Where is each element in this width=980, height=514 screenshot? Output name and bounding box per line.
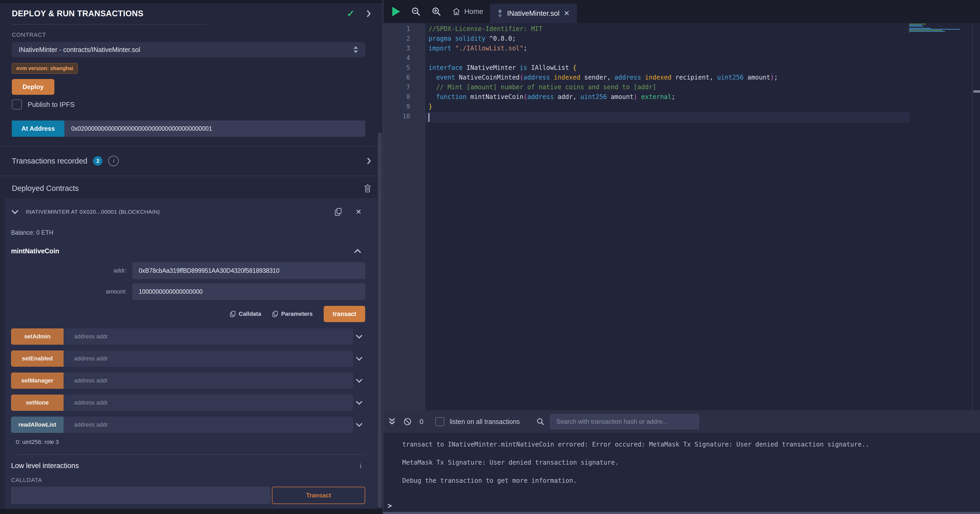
setAdmin-button[interactable]: setAdmin xyxy=(11,328,64,345)
terminal-log[interactable]: transact to INativeMinter.mintNativeCoin… xyxy=(383,433,980,499)
setNone-button[interactable]: setNone xyxy=(11,395,64,411)
tab-active-label: INativeMinter.sol xyxy=(507,10,560,17)
amount-field-row: amount: xyxy=(11,283,365,300)
zoom-out-icon[interactable] xyxy=(411,7,421,16)
deployed-contracts-title: Deployed Contracts xyxy=(12,184,79,193)
transactions-count-badge: 2 xyxy=(93,156,102,166)
tab-close-icon[interactable]: ✕ xyxy=(564,9,570,17)
minimap[interactable] xyxy=(909,24,961,34)
setEnabled-expand-chevron-icon[interactable] xyxy=(353,356,365,361)
copy-icon xyxy=(272,311,278,317)
low-level-title: Low level interactions xyxy=(11,462,79,470)
copy-address-icon[interactable] xyxy=(334,208,342,216)
tab-home-label: Home xyxy=(464,8,483,16)
readAllowList-button[interactable]: readAllowList xyxy=(11,417,64,433)
window-scrollbar-thumb[interactable] xyxy=(974,90,980,93)
panel-bottom-strip xyxy=(0,509,383,514)
instance-title: INATIVEMINTER AT 0X020...00001 (BLOCKCHA… xyxy=(26,209,160,215)
listen-transactions-label: listen on all transactions xyxy=(450,418,520,425)
minimap-line xyxy=(909,32,910,33)
minimap-line xyxy=(909,28,931,29)
amount-field-label: amount: xyxy=(11,288,132,295)
line-number: 1 xyxy=(383,25,425,35)
transactions-recorded-section[interactable]: Transactions recorded 2 i xyxy=(0,146,383,176)
transactions-expand-chevron-icon[interactable] xyxy=(366,157,372,165)
transact-button[interactable]: transact xyxy=(324,306,365,322)
code-line-4 xyxy=(425,54,980,64)
terminal-message-1: transact to INativeMinter.mintNativeCoin… xyxy=(402,441,980,448)
terminal-collapse-double-chevron-icon[interactable] xyxy=(388,417,396,426)
tab-home[interactable]: Home xyxy=(452,7,483,16)
remove-instance-icon[interactable]: ✕ xyxy=(355,208,361,216)
zoom-in-icon[interactable] xyxy=(432,7,441,16)
function-header-row[interactable]: mintNativeCoin xyxy=(11,247,365,255)
setAdmin-expand-chevron-icon[interactable] xyxy=(353,334,365,339)
text-cursor xyxy=(428,113,429,122)
copy-calldata-button[interactable]: Calldata xyxy=(230,311,261,317)
terminal: 0 listen on all transactions transact to… xyxy=(383,410,980,514)
contract-select[interactable]: INativeMinter - contracts/INativeMinter.… xyxy=(12,42,365,57)
setManager-input[interactable] xyxy=(64,373,353,389)
method-row-setEnabled: setEnabled xyxy=(11,351,365,367)
pending-tx-count: 0 xyxy=(420,418,423,426)
transactions-info-icon: i xyxy=(108,155,119,166)
minimap-line xyxy=(909,31,945,32)
deploy-run-panel: DEPLOY & RUN TRANSACTIONS ✓ CONTRACT INa… xyxy=(0,0,383,514)
panel-collapse-chevron-icon[interactable] xyxy=(366,9,372,18)
line-number: 6 xyxy=(383,74,425,84)
panel-top-strip xyxy=(0,0,383,3)
panel-scrollbar-thumb[interactable] xyxy=(378,133,382,508)
calldata-input[interactable] xyxy=(11,487,270,504)
clear-instances-trash-icon[interactable] xyxy=(364,184,372,193)
listen-transactions-checkbox[interactable] xyxy=(435,417,444,426)
copy-icon xyxy=(230,311,235,317)
line-number: 7 xyxy=(383,84,425,93)
code-line-2: pragma solidity ^0.8.0; xyxy=(425,35,980,44)
function-collapse-chevron-up-icon[interactable] xyxy=(354,249,361,254)
deploy-button[interactable]: Deploy xyxy=(12,79,54,95)
function-name: mintNativeCoin xyxy=(11,247,59,255)
line-number: 8 xyxy=(383,93,425,103)
deployed-instance-card: INATIVEMINTER AT 0X020...00001 (BLOCKCHA… xyxy=(5,198,377,514)
copy-parameters-button[interactable]: Parameters xyxy=(272,311,313,317)
at-address-button[interactable]: At Address xyxy=(12,121,64,137)
line-number-gutter: 12345678910 xyxy=(383,23,425,410)
code-line-5: interface INativeMinter is IAllowList { xyxy=(425,64,980,74)
remix-ide: DEPLOY & RUN TRANSACTIONS ✓ CONTRACT INa… xyxy=(0,0,980,514)
at-address-input[interactable] xyxy=(64,121,365,137)
minimap-line xyxy=(909,26,924,27)
instance-collapse-chevron-icon[interactable] xyxy=(11,209,19,214)
setManager-expand-chevron-icon[interactable] xyxy=(353,378,365,383)
at-address-row: At Address xyxy=(12,121,365,137)
code-area[interactable]: 12345678910 //SPDX-License-Identifier: M… xyxy=(383,23,980,410)
terminal-prompt[interactable]: > xyxy=(388,501,392,510)
setAdmin-input[interactable] xyxy=(64,328,353,345)
low-level-transact-button[interactable]: Transact xyxy=(272,487,365,504)
code-line-6: event NativeCoinMinted(address indexed s… xyxy=(425,74,980,84)
clear-console-ban-icon[interactable] xyxy=(403,417,412,426)
run-script-play-icon[interactable] xyxy=(392,7,400,16)
terminal-search-input[interactable] xyxy=(550,414,699,429)
search-icon xyxy=(536,418,544,425)
tab-inativeminter[interactable]: INativeMinter.sol ✕ xyxy=(490,4,577,23)
low-level-info-icon: i xyxy=(360,462,361,470)
deployed-contracts-header: Deployed Contracts xyxy=(0,176,383,198)
minimap-line xyxy=(909,24,926,24)
setEnabled-button[interactable]: setEnabled xyxy=(11,351,64,367)
publish-ipfs-checkbox[interactable] xyxy=(12,100,22,109)
contract-label: CONTRACT xyxy=(12,32,365,38)
publish-row: Publish to IPFS xyxy=(12,100,365,109)
addr-field-input[interactable] xyxy=(132,262,365,279)
setNone-expand-chevron-icon[interactable] xyxy=(353,400,365,405)
setNone-input[interactable] xyxy=(64,395,353,411)
readAllowList-expand-chevron-icon[interactable] xyxy=(353,422,365,427)
instance-header[interactable]: INATIVEMINTER AT 0X020...00001 (BLOCKCHA… xyxy=(11,198,365,219)
setEnabled-input[interactable] xyxy=(64,351,353,367)
method-row-setNone: setNone xyxy=(11,395,365,411)
setManager-button[interactable]: setManager xyxy=(11,373,64,389)
readAllowList-input[interactable] xyxy=(64,417,353,433)
amount-field-input[interactable] xyxy=(132,283,365,300)
panel-body: CONTRACT INativeMinter - contracts/INati… xyxy=(0,32,383,137)
terminal-bottom-scrollbar[interactable] xyxy=(383,512,980,514)
select-updown-icon xyxy=(353,46,358,54)
